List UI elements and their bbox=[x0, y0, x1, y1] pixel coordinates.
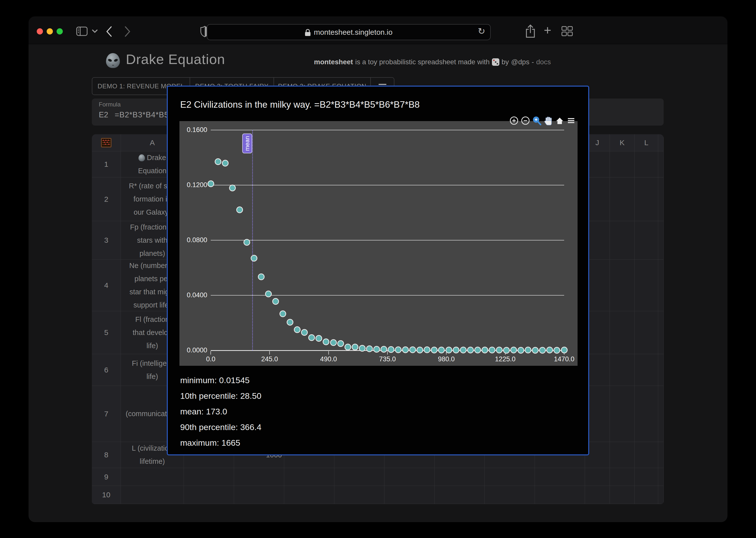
cell-e10[interactable] bbox=[334, 486, 384, 504]
cell-x4[interactable] bbox=[658, 260, 664, 311]
zoom-in-icon[interactable] bbox=[509, 116, 519, 126]
home-reset-icon[interactable] bbox=[555, 116, 565, 126]
pan-hand-icon[interactable] bbox=[543, 116, 553, 126]
column-header-l[interactable]: L bbox=[635, 134, 658, 151]
close-window-button[interactable] bbox=[37, 28, 43, 34]
cell-l3[interactable] bbox=[635, 221, 658, 260]
x-tick-label: 0.0 bbox=[193, 355, 228, 363]
zoom-out-icon[interactable] bbox=[520, 116, 530, 126]
cell-l7[interactable] bbox=[635, 386, 658, 442]
cell-k9[interactable] bbox=[610, 468, 635, 486]
cell-x10[interactable] bbox=[658, 486, 664, 504]
row-header-7[interactable]: 7 bbox=[92, 386, 121, 442]
cell-b10[interactable] bbox=[184, 486, 234, 504]
cell-x1[interactable] bbox=[658, 151, 664, 178]
cell-h10[interactable] bbox=[485, 486, 535, 504]
cell-x7[interactable] bbox=[658, 386, 664, 442]
cell-k1[interactable] bbox=[610, 151, 635, 178]
forward-icon[interactable] bbox=[124, 26, 131, 37]
scatter-point bbox=[330, 339, 337, 346]
cell-b9[interactable] bbox=[184, 468, 234, 486]
cell-k6[interactable] bbox=[610, 354, 635, 386]
cell-g9[interactable] bbox=[435, 468, 485, 486]
cell-x2[interactable] bbox=[658, 178, 664, 221]
cell-i9[interactable] bbox=[535, 468, 585, 486]
box-zoom-icon[interactable] bbox=[532, 116, 542, 126]
cell-l8[interactable] bbox=[635, 442, 658, 468]
cell-l4[interactable] bbox=[635, 260, 658, 311]
cell-k8[interactable] bbox=[610, 442, 635, 468]
dark-mode-moon-icon[interactable] bbox=[635, 56, 644, 66]
row-header-6[interactable]: 6 bbox=[92, 354, 121, 386]
cell-k3[interactable] bbox=[610, 221, 635, 260]
cell-f10[interactable] bbox=[384, 486, 435, 504]
docs-link[interactable]: docs bbox=[536, 58, 551, 66]
row-header-10[interactable]: 10 bbox=[92, 486, 121, 504]
chevron-down-icon[interactable] bbox=[92, 29, 98, 33]
address-bar[interactable]: montesheet.singleton.io ↻ bbox=[207, 24, 491, 40]
cell-k7[interactable] bbox=[610, 386, 635, 442]
formula-label: Formula bbox=[99, 101, 121, 108]
cell-k2[interactable] bbox=[610, 178, 635, 221]
chart-menu-icon[interactable] bbox=[566, 116, 576, 126]
table-row: 10 bbox=[92, 486, 664, 504]
chart-toolbar bbox=[509, 116, 576, 126]
row-header-5[interactable]: 5 bbox=[92, 311, 121, 354]
back-icon[interactable] bbox=[105, 26, 112, 37]
sheet-corner-abacus-icon[interactable] bbox=[92, 134, 121, 151]
cell-l1[interactable] bbox=[635, 151, 658, 178]
cell-l5[interactable] bbox=[635, 311, 658, 354]
cell-c10[interactable] bbox=[234, 486, 284, 504]
cell-d9[interactable] bbox=[284, 468, 334, 486]
cell-x5[interactable] bbox=[658, 311, 664, 354]
scatter-point bbox=[380, 346, 387, 352]
author-link[interactable]: @dps bbox=[511, 58, 529, 66]
cell-c9[interactable] bbox=[234, 468, 284, 486]
cell-l2[interactable] bbox=[635, 178, 658, 221]
cell-e9[interactable] bbox=[334, 468, 384, 486]
sidebar-toggle-icon[interactable] bbox=[76, 26, 87, 36]
row-header-3[interactable]: 3 bbox=[92, 221, 121, 260]
cell-l9[interactable] bbox=[635, 468, 658, 486]
cell-x9[interactable] bbox=[658, 468, 664, 486]
scatter-point bbox=[424, 347, 430, 353]
minimize-window-button[interactable] bbox=[47, 28, 53, 34]
column-header[interactable] bbox=[658, 134, 664, 151]
cell-g10[interactable] bbox=[435, 486, 485, 504]
cell-h9[interactable] bbox=[485, 468, 535, 486]
row-header-9[interactable]: 9 bbox=[92, 468, 121, 486]
cell-x6[interactable] bbox=[658, 354, 664, 386]
cell-d10[interactable] bbox=[284, 486, 334, 504]
cell-k10[interactable] bbox=[610, 486, 635, 504]
page-title: Drake Equation bbox=[126, 51, 225, 67]
cell-a10[interactable] bbox=[121, 486, 184, 504]
column-header-k[interactable]: K bbox=[610, 134, 635, 151]
cell-j10[interactable] bbox=[585, 486, 610, 504]
chart-canvas[interactable]: 0.16000.12000.08000.04000.00000.0245.049… bbox=[180, 121, 577, 366]
cell-x8[interactable] bbox=[658, 442, 664, 468]
stat-10th-percentile: 10th percentile28.50 bbox=[180, 388, 261, 404]
row-header-4[interactable]: 4 bbox=[92, 260, 121, 311]
cell-k4[interactable] bbox=[610, 260, 635, 311]
reload-icon[interactable]: ↻ bbox=[478, 26, 485, 36]
alien-app-icon bbox=[106, 53, 120, 68]
row-header-8[interactable]: 8 bbox=[92, 442, 121, 468]
scatter-point bbox=[265, 291, 272, 297]
tab-overview-icon[interactable] bbox=[561, 26, 573, 37]
cell-k5[interactable] bbox=[610, 311, 635, 354]
row-header-1[interactable]: 1 bbox=[92, 151, 121, 178]
cell-x3[interactable] bbox=[658, 221, 664, 260]
row-header-2[interactable]: 2 bbox=[92, 178, 121, 221]
cell-l10[interactable] bbox=[635, 486, 658, 504]
cell-j9[interactable] bbox=[585, 468, 610, 486]
formula-cell-ref: E2 bbox=[99, 110, 108, 119]
cell-a9[interactable] bbox=[121, 468, 184, 486]
share-icon[interactable] bbox=[525, 24, 536, 38]
zoom-window-button[interactable] bbox=[57, 28, 63, 34]
cell-i10[interactable] bbox=[535, 486, 585, 504]
scatter-point bbox=[467, 347, 474, 353]
scatter-point bbox=[510, 347, 517, 353]
cell-f9[interactable] bbox=[384, 468, 435, 486]
new-tab-plus-icon[interactable]: + bbox=[544, 23, 551, 38]
cell-l6[interactable] bbox=[635, 354, 658, 386]
